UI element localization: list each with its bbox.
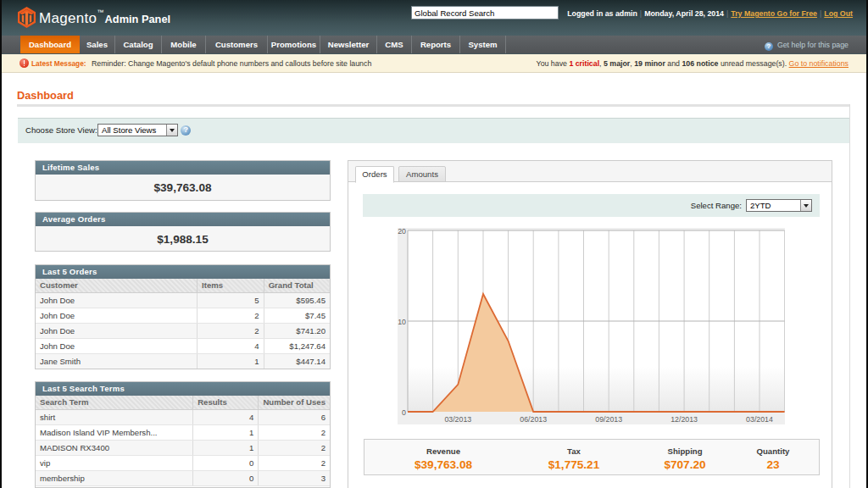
svg-text:10: 10	[398, 318, 406, 326]
svg-text:20: 20	[398, 228, 406, 236]
svg-text:03/2014: 03/2014	[746, 415, 773, 424]
svg-text:06/2013: 06/2013	[520, 415, 547, 424]
svg-text:0: 0	[402, 408, 406, 417]
svg-text:09/2013: 09/2013	[595, 415, 622, 424]
svg-text:03/2013: 03/2013	[444, 415, 471, 424]
svg-text:12/2013: 12/2013	[670, 415, 698, 424]
